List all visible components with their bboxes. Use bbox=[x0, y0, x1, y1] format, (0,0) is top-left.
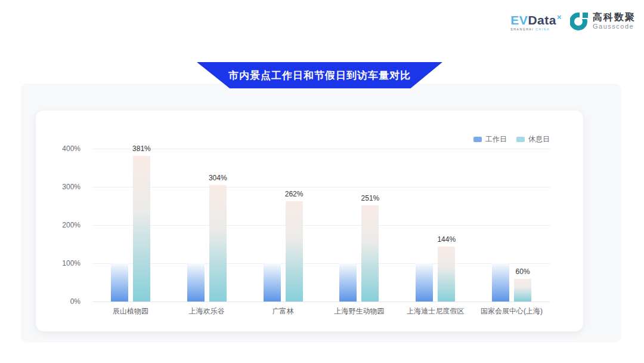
bar-restday[interactable] bbox=[438, 247, 455, 302]
bar-value-label: 262% bbox=[276, 190, 312, 198]
legend-item[interactable]: 休息日 bbox=[516, 134, 550, 144]
legend-label: 工作日 bbox=[485, 134, 507, 144]
bar-value-label: 251% bbox=[352, 194, 388, 202]
gausscode-text: 高科数聚 Gausscode bbox=[593, 12, 636, 30]
gridline bbox=[92, 149, 550, 149]
bar-workday[interactable] bbox=[416, 263, 433, 302]
bar-restday[interactable] bbox=[209, 185, 227, 302]
gridline bbox=[92, 187, 550, 187]
y-axis-tick: 0% bbox=[46, 297, 80, 306]
bar-workday[interactable] bbox=[339, 263, 357, 302]
bar-value-label: 304% bbox=[200, 174, 236, 182]
chart-card: 工作日休息日 400%300%200%100%0%381%辰山植物园304%上海… bbox=[36, 110, 583, 331]
bar-workday[interactable] bbox=[264, 263, 281, 302]
bar-restday[interactable] bbox=[514, 279, 531, 302]
y-axis-tick: 200% bbox=[46, 221, 80, 229]
legend-swatch bbox=[516, 137, 525, 142]
y-axis-tick: 400% bbox=[46, 144, 80, 153]
chart-legend: 工作日休息日 bbox=[473, 134, 550, 144]
gridline bbox=[92, 302, 550, 302]
page-title: 市内景点工作日和节假日到访车量对比 bbox=[228, 69, 411, 82]
evdata-x-mark: × bbox=[557, 13, 562, 21]
gridline bbox=[92, 263, 550, 264]
gridline bbox=[92, 225, 550, 226]
chart-plot-area: 400%300%200%100%0%381%辰山植物园304%上海欢乐谷262%… bbox=[92, 149, 550, 302]
gausscode-icon bbox=[570, 11, 589, 31]
y-axis-tick: 100% bbox=[46, 259, 80, 267]
evdata-logo: EVData× SHANGHAI CHINA bbox=[510, 11, 562, 31]
bar-restday[interactable] bbox=[286, 201, 303, 302]
header-logos: EVData× SHANGHAI CHINA 高科数聚 Gausscode bbox=[510, 11, 636, 31]
evdata-subtext: SHANGHAI CHINA bbox=[510, 27, 549, 31]
y-axis-tick: 300% bbox=[46, 183, 80, 191]
legend-label: 休息日 bbox=[528, 134, 550, 144]
bar-restday[interactable] bbox=[361, 205, 379, 302]
bar-value-label: 60% bbox=[505, 267, 541, 276]
gausscode-logo: 高科数聚 Gausscode bbox=[570, 11, 636, 31]
chart-title-banner: 市内景点工作日和节假日到访车量对比 bbox=[197, 62, 442, 88]
legend-item[interactable]: 工作日 bbox=[473, 134, 507, 144]
bar-workday[interactable] bbox=[111, 263, 128, 302]
x-axis-label: 国家会展中心(上海) bbox=[467, 306, 556, 316]
evdata-data: Data bbox=[528, 13, 556, 27]
bar-value-label: 144% bbox=[429, 235, 465, 244]
evdata-ev: EV bbox=[510, 13, 528, 27]
legend-swatch bbox=[473, 137, 482, 142]
evdata-wordmark: EVData× bbox=[510, 11, 562, 27]
gausscode-cn: 高科数聚 bbox=[593, 12, 636, 23]
bar-restday[interactable] bbox=[133, 156, 150, 302]
chart-panel: 工作日休息日 400%300%200%100%0%381%辰山植物园304%上海… bbox=[21, 84, 621, 342]
gausscode-en: Gausscode bbox=[593, 23, 636, 30]
bar-workday[interactable] bbox=[187, 263, 205, 302]
bar-value-label: 381% bbox=[123, 144, 159, 153]
